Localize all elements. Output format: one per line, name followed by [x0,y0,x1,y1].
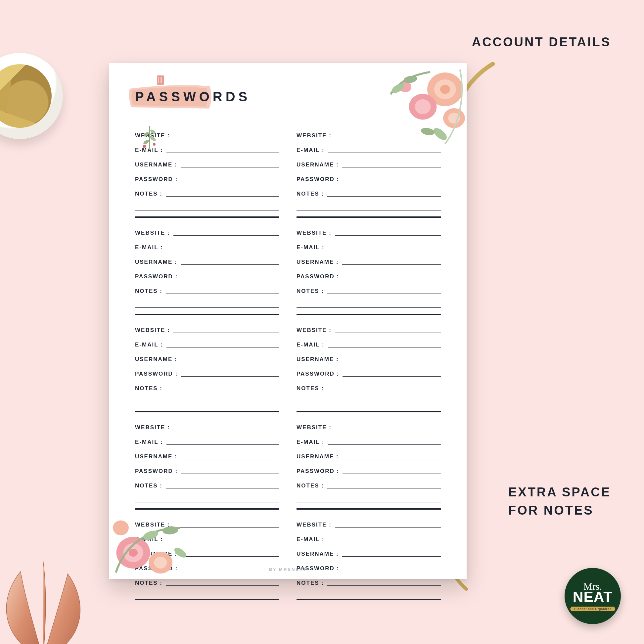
field-label-website: WEBSITE : [297,522,332,530]
field-label-password: PASSWORD : [297,273,339,282]
rose-gold-leaf-prop [0,551,99,644]
write-line[interactable] [328,250,441,250]
write-line[interactable] [166,585,279,586]
write-line[interactable] [166,347,279,347]
field-label-website: WEBSITE : [297,424,332,433]
field-row-website: WEBSITE : [297,418,441,433]
write-line[interactable] [173,430,279,430]
write-line[interactable] [335,333,441,333]
field-label-website: WEBSITE : [135,327,170,336]
write-line[interactable] [166,153,279,153]
write-line[interactable] [327,488,441,488]
notes-extra-line[interactable] [297,199,441,210]
field-row-password: PASSWORD : [297,462,441,477]
write-line[interactable] [343,182,441,182]
write-line[interactable] [181,279,279,279]
binder-clips-bowl-prop [0,53,63,139]
password-planner-page: PASSWORDS WEBSITE :E-MAIL :USERNAME :PAS… [109,63,467,579]
password-block: WEBSITE :E-MAIL :USERNAME :PASSWORD :NOT… [135,218,279,315]
write-line[interactable] [327,585,441,586]
field-label-username: USERNAME : [297,161,339,170]
field-label-notes: NOTES : [297,580,324,588]
write-line[interactable] [166,250,279,250]
field-label-password: PASSWORD : [135,273,178,282]
field-row-notes: NOTES : [297,574,441,588]
field-row-notes: NOTES : [297,477,441,491]
field-label-username: USERNAME : [297,453,339,462]
field-row-password: PASSWORD : [135,462,279,477]
write-line[interactable] [181,459,279,459]
field-row-email: E-MAIL : [135,433,279,447]
field-row-website: WEBSITE : [135,418,279,433]
notes-extra-line[interactable] [135,297,279,308]
field-label-notes: NOTES : [297,288,324,297]
write-line[interactable] [342,459,441,459]
field-label-notes: NOTES : [297,385,324,394]
field-row-email: E-MAIL : [297,433,441,447]
notes-extra-line[interactable] [297,394,441,405]
notes-extra-line[interactable] [135,394,279,405]
field-row-username: USERNAME : [135,253,279,267]
brand-line2: NEAT [573,589,613,605]
password-block: WEBSITE :E-MAIL :USERNAME :PASSWORD :NOT… [297,218,441,315]
write-line[interactable] [342,167,441,167]
svg-point-29 [153,143,156,146]
write-line[interactable] [342,362,441,362]
field-label-email: E-MAIL : [135,244,163,253]
field-row-username: USERNAME : [135,447,279,462]
write-line[interactable] [327,294,441,294]
callout-line: FOR NOTES [508,503,594,517]
field-label-website: WEBSITE : [135,230,170,238]
write-line[interactable] [166,294,279,294]
write-line[interactable] [181,264,279,265]
field-label-username: USERNAME : [297,259,339,267]
notes-extra-line[interactable] [135,588,279,600]
write-line[interactable] [181,167,279,167]
write-line[interactable] [173,138,279,138]
field-label-password: PASSWORD : [297,468,339,477]
write-line[interactable] [328,542,441,542]
write-line[interactable] [327,196,441,197]
svg-point-14 [129,549,138,557]
write-line[interactable] [342,556,441,557]
svg-point-2 [440,85,450,94]
field-row-password: PASSWORD : [297,267,441,282]
write-line[interactable] [343,474,441,474]
write-line[interactable] [173,235,279,236]
notes-extra-line[interactable] [297,297,441,308]
notes-extra-line[interactable] [297,588,441,600]
write-line[interactable] [181,362,279,362]
field-row-password: PASSWORD : [135,365,279,379]
callout-line: EXTRA SPACE [508,485,611,499]
notes-extra-line[interactable] [297,491,441,502]
field-row-notes: NOTES : [135,185,279,199]
write-line[interactable] [181,376,279,377]
svg-point-11 [420,127,435,136]
field-label-notes: NOTES : [135,288,162,297]
field-label-username: USERNAME : [135,453,177,462]
password-block: WEBSITE :E-MAIL :USERNAME :PASSWORD :NOT… [135,315,279,412]
field-label-email: E-MAIL : [135,439,163,447]
field-label-username: USERNAME : [135,161,177,170]
write-line[interactable] [343,376,441,377]
write-line[interactable] [342,264,441,265]
write-line[interactable] [166,444,279,445]
write-line[interactable] [181,474,279,474]
write-line[interactable] [166,196,279,197]
write-line[interactable] [173,333,279,333]
write-line[interactable] [335,235,441,236]
write-line[interactable] [335,430,441,430]
password-block: WEBSITE :E-MAIL :USERNAME :PASSWORD :NOT… [297,315,441,412]
field-label-password: PASSWORD : [297,371,339,379]
write-line[interactable] [181,182,279,182]
svg-point-26 [143,131,150,138]
write-line[interactable] [328,444,441,445]
write-line[interactable] [343,279,441,279]
field-row-username: USERNAME : [135,156,279,170]
leaf-sprig-decoration [140,124,160,150]
write-line[interactable] [328,347,441,347]
write-line[interactable] [335,527,441,528]
field-row-website: WEBSITE : [135,321,279,336]
field-label-username: USERNAME : [297,356,339,365]
notes-extra-line[interactable] [135,199,279,210]
